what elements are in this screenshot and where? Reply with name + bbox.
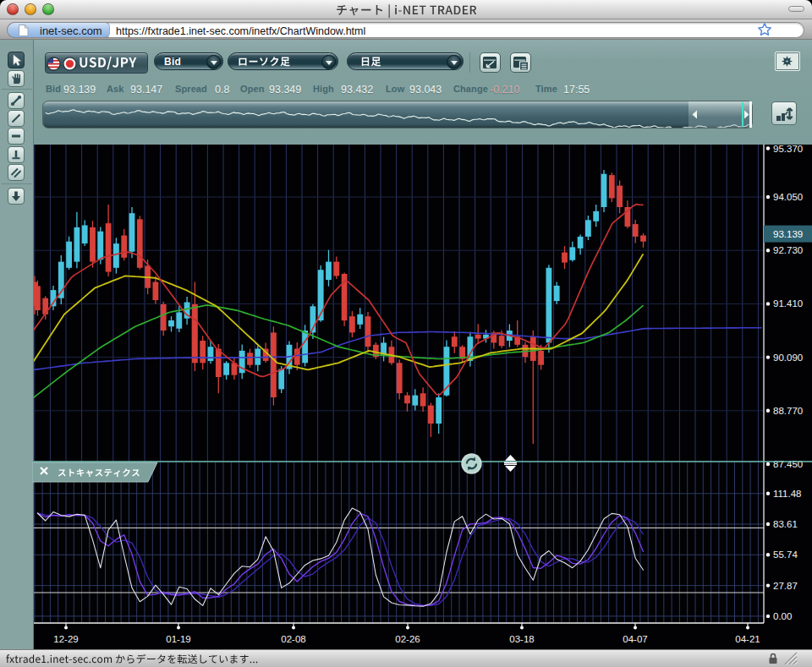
svg-text:12-29: 12-29 xyxy=(53,634,78,644)
svg-text:92.730: 92.730 xyxy=(773,245,803,255)
svg-text:91.410: 91.410 xyxy=(773,298,803,309)
svg-text:55.74: 55.74 xyxy=(773,549,798,560)
svg-text:03-18: 03-18 xyxy=(509,634,534,644)
svg-text:83.61: 83.61 xyxy=(773,519,798,529)
svg-text:111.48: 111.48 xyxy=(773,489,801,499)
svg-text:90.090: 90.090 xyxy=(773,353,803,363)
svg-text:95.370: 95.370 xyxy=(773,145,803,154)
svg-text:87.450: 87.450 xyxy=(773,459,803,469)
svg-text:04-21: 04-21 xyxy=(735,634,760,644)
svg-text:02-08: 02-08 xyxy=(281,634,305,644)
svg-text:01-19: 01-19 xyxy=(166,634,190,644)
svg-text:04-07: 04-07 xyxy=(623,634,647,644)
svg-text:02-26: 02-26 xyxy=(395,634,420,644)
svg-text:0.00: 0.00 xyxy=(773,611,792,621)
svg-text:94.050: 94.050 xyxy=(773,192,803,202)
svg-text:88.770: 88.770 xyxy=(773,406,803,416)
svg-text:93.139: 93.139 xyxy=(773,229,803,239)
svg-text:27.87: 27.87 xyxy=(773,581,798,591)
